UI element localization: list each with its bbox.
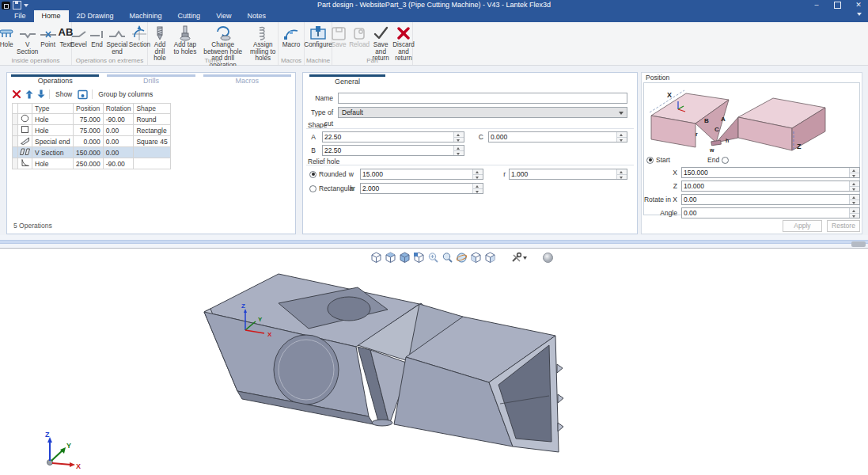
spinner[interactable] (616, 169, 627, 179)
collapse-ribbon-icon[interactable] (857, 13, 862, 18)
reload-button[interactable]: Reload (349, 24, 370, 49)
add-drill-hole-icon (150, 24, 169, 42)
tab-file[interactable]: File (6, 10, 34, 22)
start-radio[interactable]: Start (646, 156, 670, 164)
tab-2d-drawing[interactable]: 2D Drawing (69, 10, 122, 22)
viewport-3d[interactable]: Z Y X Z Y X (0, 248, 868, 475)
add-tap-to-holes-button[interactable]: Add tap to holes (172, 24, 198, 55)
tab-machining[interactable]: Machining (122, 10, 170, 22)
rotate-in-x-input[interactable] (684, 195, 847, 204)
svg-text:A: A (721, 116, 726, 123)
position-x-field (681, 167, 860, 178)
change-hole-drill-icon (213, 24, 233, 42)
macro-button[interactable]: Macro (279, 24, 303, 49)
table-row[interactable]: Hole75.000 -90.00Round (13, 114, 171, 125)
position-x-label: X (642, 167, 677, 178)
section-button[interactable]: Section (129, 24, 150, 49)
table-row[interactable]: Hole75.000 0.00Rectangle (13, 125, 171, 136)
special-end-button[interactable]: Special end (106, 24, 129, 55)
radio-icon (309, 171, 316, 178)
move-up-icon[interactable] (25, 89, 33, 99)
tab-home[interactable]: Home (34, 10, 69, 22)
relief-r-label: r (496, 169, 506, 180)
spinner[interactable] (849, 208, 859, 218)
table-row[interactable]: Special end0.000 0.00Square 45 (13, 136, 171, 147)
tab-view[interactable]: View (208, 10, 239, 22)
table-header-row: Type Position Rotation Shape (13, 104, 171, 114)
bevel-icon (70, 24, 89, 42)
rounded-radio[interactable]: Rounded (309, 170, 347, 178)
v-section-button[interactable]: V Section (17, 24, 39, 55)
operations-panel: Operations Drills Macros Show Group by c… (6, 72, 296, 234)
svg-text:r: r (696, 131, 698, 137)
group-by-columns-button[interactable]: Group by columns (97, 90, 154, 98)
tab-cutting[interactable]: Cutting (170, 10, 209, 22)
position-x-input[interactable] (684, 168, 847, 177)
relief-r-input[interactable] (511, 169, 615, 179)
table-row[interactable]: Hole250.000 -90.00 (13, 158, 171, 169)
spinner[interactable] (453, 132, 464, 142)
position-z-input[interactable] (684, 181, 847, 191)
tab-notes[interactable]: Notes (239, 10, 274, 22)
panel-splitter[interactable] (0, 235, 868, 248)
relief-r-field (509, 169, 627, 180)
delete-operation-icon[interactable] (12, 89, 21, 99)
v-section-icon (19, 147, 31, 156)
spinner[interactable] (453, 146, 464, 155)
minimize-button[interactable]: – (810, 0, 823, 10)
table-row-selected[interactable]: V Section150.000 0.00 (13, 147, 171, 158)
preview-icon[interactable] (78, 89, 88, 100)
type-of-cut-dropdown[interactable]: Default (338, 107, 627, 118)
ribbon-group-inside-operations: Hole V Section Point AB Text Inside oper… (0, 22, 72, 65)
v-section-icon (18, 24, 37, 42)
ribbon-tabs: File Home 2D Drawing Machining Cutting V… (0, 10, 868, 22)
spinner[interactable] (849, 181, 859, 191)
discard-x-icon (394, 24, 413, 42)
end-radio[interactable]: End (707, 156, 731, 164)
reload-icon (350, 24, 369, 42)
spinner[interactable] (616, 132, 627, 142)
ribbon: Hole V Section Point AB Text Inside oper… (0, 22, 868, 66)
name-input[interactable] (340, 93, 625, 103)
show-button[interactable]: Show (54, 90, 74, 98)
maximize-button[interactable] (834, 2, 841, 9)
relief-w-input[interactable] (362, 169, 471, 179)
end-button[interactable]: End (89, 24, 105, 49)
tab-operations[interactable]: Operations (7, 73, 103, 86)
shape-c-input[interactable] (491, 132, 615, 142)
splitter-collapse-handle[interactable] (851, 241, 866, 247)
assign-milling-icon (253, 24, 272, 42)
spinner[interactable] (849, 168, 859, 177)
part-3d-model[interactable]: Z Y X Z Y X (0, 249, 868, 475)
svg-text:X: X (667, 91, 672, 99)
ribbon-group-part: Save Reload Save and return Discard and … (332, 22, 413, 65)
angle-input[interactable] (684, 208, 847, 218)
angle-field (681, 207, 860, 218)
spinner[interactable] (472, 184, 483, 193)
shape-b-input[interactable] (324, 146, 452, 155)
position-panel: Position X B A C r (641, 72, 862, 234)
position-z-field (681, 180, 860, 192)
spinner[interactable] (472, 169, 483, 179)
tab-general[interactable]: General (309, 78, 385, 86)
shape-a-input[interactable] (324, 132, 452, 142)
svg-text:Z: Z (45, 431, 50, 439)
bevel-button[interactable]: Bevel (70, 24, 89, 49)
save-button[interactable]: Save (329, 24, 348, 49)
viewport-axes: Z Y X (45, 431, 81, 470)
restore-button[interactable]: Restore (827, 220, 860, 232)
configure-button[interactable]: Configure (305, 24, 332, 49)
save-icon (329, 24, 348, 42)
relief-h-input[interactable] (362, 184, 471, 193)
apply-button[interactable]: Apply (783, 220, 822, 232)
close-button[interactable]: ✕ (852, 0, 865, 10)
move-down-icon[interactable] (37, 89, 45, 99)
hole-button[interactable]: Hole (0, 24, 16, 49)
spinner[interactable] (849, 195, 859, 204)
tab-drills[interactable]: Drills (103, 73, 199, 86)
point-button[interactable]: Point (40, 24, 57, 49)
point-icon (39, 24, 58, 42)
tab-macros[interactable]: Macros (199, 73, 295, 86)
svg-text:Y: Y (66, 442, 71, 450)
operations-toolbar: Show Group by columns (9, 87, 154, 101)
